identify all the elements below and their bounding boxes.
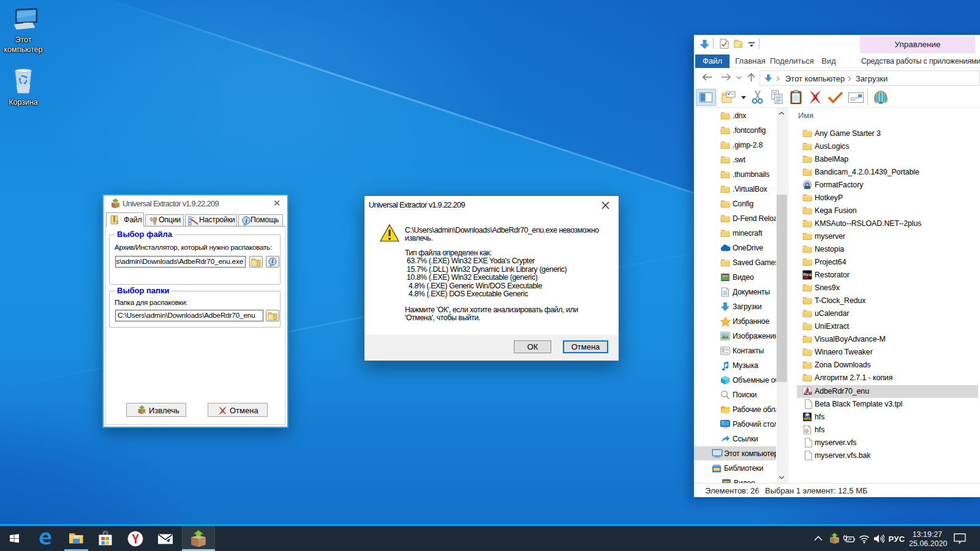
svg-text:i: i: [272, 258, 274, 264]
svg-text:Res: Res: [803, 272, 811, 277]
svg-text:HFS: HFS: [804, 417, 811, 421]
svg-text:i: i: [246, 217, 247, 224]
